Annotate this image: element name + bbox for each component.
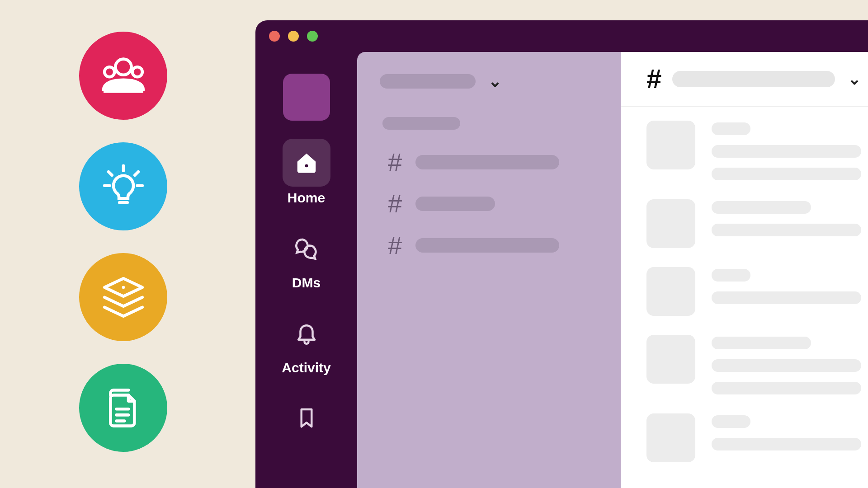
section-label-placeholder <box>382 117 460 130</box>
svg-point-13 <box>305 164 308 167</box>
text-placeholder <box>712 415 750 428</box>
message-body <box>712 267 861 316</box>
message-row[interactable] <box>646 199 861 248</box>
text-placeholder <box>712 337 811 349</box>
traffic-zoom[interactable] <box>307 31 318 42</box>
workspace-header[interactable]: ⌄ <box>380 72 599 91</box>
feature-circle-idea <box>79 142 167 230</box>
message-row[interactable] <box>646 121 861 180</box>
dms-icon <box>294 235 319 260</box>
rail-item-activity[interactable]: Activity <box>282 309 330 375</box>
text-placeholder <box>712 438 861 450</box>
rail-label-activity: Activity <box>282 360 330 375</box>
rail-item-home[interactable]: Home <box>283 139 330 206</box>
svg-point-0 <box>115 59 131 75</box>
message-row[interactable] <box>646 267 861 316</box>
message-body <box>712 121 861 180</box>
channel-item[interactable]: # <box>380 191 599 216</box>
svg-line-5 <box>108 172 112 175</box>
text-placeholder <box>712 201 811 214</box>
slack-window: Home DMs Activity <box>255 20 868 488</box>
text-placeholder <box>712 382 861 394</box>
rail-item-later[interactable] <box>283 394 330 441</box>
hash-icon: # <box>388 150 402 175</box>
text-placeholder <box>712 269 750 282</box>
lightbulb-icon <box>99 162 148 211</box>
workspace-switcher[interactable] <box>283 74 330 121</box>
text-placeholder <box>712 145 861 158</box>
avatar-placeholder <box>646 335 695 384</box>
home-icon <box>294 150 319 175</box>
traffic-close[interactable] <box>269 31 280 42</box>
text-placeholder <box>712 168 861 180</box>
avatar-placeholder <box>646 267 695 316</box>
traffic-minimize[interactable] <box>288 31 299 42</box>
titlebar <box>255 20 868 52</box>
avatar-placeholder <box>646 199 695 248</box>
rail-label-home: Home <box>288 190 325 206</box>
feature-circles <box>79 32 167 452</box>
channel-name-placeholder <box>415 197 495 211</box>
feature-circle-people <box>79 32 167 120</box>
rail-label-dms: DMs <box>292 275 321 291</box>
app-body: Home DMs Activity <box>255 52 868 488</box>
stack-icon <box>99 272 148 322</box>
channel-item[interactable]: # <box>380 233 599 258</box>
hash-icon: # <box>388 233 402 258</box>
message-body <box>712 413 861 462</box>
channel-item[interactable]: # <box>380 150 599 175</box>
channel-name-placeholder <box>415 155 559 169</box>
people-icon <box>99 51 148 101</box>
message-body <box>712 199 861 248</box>
message-row[interactable] <box>646 413 861 462</box>
documents-icon <box>99 383 148 433</box>
message-list <box>621 107 868 462</box>
hash-icon: # <box>646 66 661 93</box>
chevron-down-icon: ⌄ <box>848 70 861 89</box>
text-placeholder <box>712 122 750 135</box>
svg-point-2 <box>132 67 142 77</box>
chevron-down-icon: ⌄ <box>488 72 502 91</box>
message-row[interactable] <box>646 335 861 394</box>
channel-header[interactable]: # ⌄ <box>621 52 868 107</box>
message-body <box>712 335 861 394</box>
feature-circle-stack <box>79 253 167 341</box>
bell-icon <box>294 320 319 345</box>
main-panel: # ⌄ <box>621 52 868 488</box>
channel-sidebar: ⌄ # # # <box>357 52 621 488</box>
text-placeholder <box>712 224 861 236</box>
svg-line-6 <box>135 172 138 175</box>
nav-rail: Home DMs Activity <box>255 52 357 488</box>
feature-circle-docs <box>79 364 167 452</box>
avatar-placeholder <box>646 121 695 169</box>
workspace-name-placeholder <box>380 74 476 89</box>
text-placeholder <box>712 291 861 304</box>
svg-point-1 <box>104 67 114 77</box>
bookmark-icon <box>294 405 319 430</box>
text-placeholder <box>712 359 861 372</box>
hash-icon: # <box>388 191 402 216</box>
avatar-placeholder <box>646 413 695 462</box>
rail-item-dms[interactable]: DMs <box>283 224 330 291</box>
channel-name-placeholder <box>415 238 559 253</box>
channel-title-placeholder <box>672 71 835 87</box>
svg-point-9 <box>122 286 125 289</box>
